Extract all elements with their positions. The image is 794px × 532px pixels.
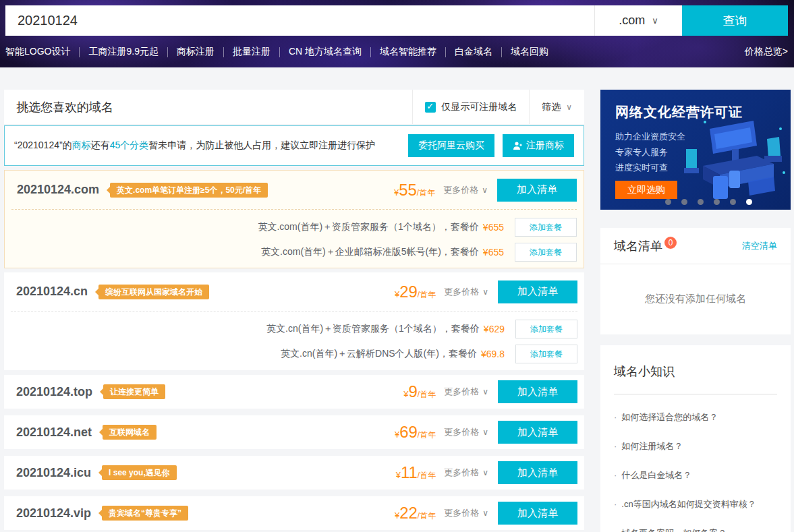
package-price: ¥655 bbox=[483, 247, 504, 258]
nav-item-trademark-reg[interactable]: 商标注册 bbox=[177, 46, 215, 58]
cart-header: 域名清单 0 清空清单 bbox=[600, 228, 791, 264]
nav-item-logo-design[interactable]: 智能LOGO设计 bbox=[5, 46, 70, 58]
nav-item-business-reg[interactable]: 工商注册9.9元起 bbox=[88, 46, 158, 58]
price-amount: 22 bbox=[399, 504, 418, 523]
only-available-checkbox-row[interactable]: 仅显示可注册域名 bbox=[412, 90, 529, 124]
chevron-down-icon: ∨ bbox=[482, 508, 488, 518]
package-price: ¥69.8 bbox=[481, 349, 505, 359]
nav-item-platinum-domain[interactable]: 白金域名 bbox=[455, 46, 492, 58]
add-package-button[interactable]: 添加套餐 bbox=[515, 320, 577, 338]
package-list: 英文.com(首年)＋资质管家服务（1个域名），套餐价 ¥655 添加套餐 英文… bbox=[11, 209, 577, 268]
more-prices-dropdown[interactable]: 更多价格 ∨ bbox=[444, 467, 488, 479]
trademark-text-part3: 暂未申请，为防止被他人占用，建议立即注册进行保护 bbox=[148, 140, 375, 150]
banner-line-1: 助力企业资质安全 bbox=[615, 129, 685, 144]
nav-separator bbox=[501, 47, 502, 57]
price-unit: /首年 bbox=[417, 187, 435, 199]
knowledge-link[interactable]: 如何注册域名？ bbox=[614, 440, 777, 452]
add-to-list-button[interactable]: 加入清单 bbox=[498, 280, 577, 303]
cart-count-badge: 0 bbox=[664, 237, 677, 249]
package-row: 英文.cn(首年)＋云解析DNS个人版(年)，套餐价 ¥69.8 添加套餐 bbox=[11, 343, 577, 365]
promo-badge: 英文.com单笔订单注册≥5个，50元/首年 bbox=[110, 183, 268, 198]
domain-main-row: 20210124.icu I see you,遇见你 ¥ 11 /首年 更多价格… bbox=[4, 456, 584, 490]
promo-badge: 让连接更简单 bbox=[103, 384, 165, 399]
add-to-list-button[interactable]: 加入清单 bbox=[498, 380, 577, 403]
checkbox-checked-icon[interactable] bbox=[425, 102, 436, 113]
cart-title: 域名清单 bbox=[614, 238, 662, 254]
domain-main-row: 20210124.net 互联网域名 ¥ 69 /首年 更多价格 ∨ 加入清单 bbox=[4, 415, 584, 449]
add-package-button[interactable]: 添加套餐 bbox=[515, 243, 577, 262]
add-package-button[interactable]: 添加套餐 bbox=[515, 345, 577, 363]
add-to-list-button[interactable]: 加入清单 bbox=[498, 502, 577, 525]
banner-subtitle: 助力企业资质安全 专家专人服务 进度实时可查 bbox=[615, 129, 685, 175]
trademark-link[interactable]: 商标 bbox=[72, 140, 91, 150]
more-prices-dropdown[interactable]: 更多价格 ∨ bbox=[443, 184, 488, 196]
add-to-list-button[interactable]: 加入清单 bbox=[498, 421, 577, 444]
nav-separator bbox=[79, 47, 80, 57]
entrust-aliyun-buy-button[interactable]: 委托阿里云购买 bbox=[408, 134, 494, 157]
only-available-label: 仅显示可注册域名 bbox=[441, 101, 517, 113]
nav-item-cn-local-query[interactable]: CN 地方域名查询 bbox=[289, 46, 362, 58]
domain-price: ¥ 69 /首年 bbox=[395, 423, 436, 442]
knowledge-link[interactable]: 域名要备案吗，如何备案？ bbox=[614, 527, 777, 532]
carousel-dot[interactable] bbox=[698, 199, 704, 205]
currency-symbol: ¥ bbox=[395, 289, 399, 299]
domain-name: 20210124.net bbox=[16, 425, 92, 440]
domain-row-com: 20210124.com 英文.com单笔订单注册≥5个，50元/首年 ¥ 55… bbox=[4, 170, 584, 268]
carousel-dot[interactable] bbox=[681, 199, 687, 205]
price-amount: 9 bbox=[409, 382, 418, 401]
domain-row-icu: 20210124.icu I see you,遇见你 ¥ 11 /首年 更多价格… bbox=[4, 456, 584, 490]
chevron-down-icon: ∨ bbox=[482, 287, 488, 297]
package-row: 英文.cn(首年)＋资质管家服务（1个域名），套餐价 ¥629 添加套餐 bbox=[11, 318, 577, 341]
tld-select[interactable]: .com ∨ bbox=[594, 5, 682, 36]
promo-badge: 贵宾域名“尊贵专享” bbox=[102, 506, 188, 521]
trademark-text-part1: “20210124”的 bbox=[14, 140, 72, 150]
trademark-notice-text: “20210124”的商标还有45个分类暂未申请，为防止被他人占用，建议立即注册… bbox=[14, 140, 375, 152]
nav-item-batch-reg[interactable]: 批量注册 bbox=[233, 46, 271, 58]
nav-item-smart-recommend[interactable]: 域名智能推荐 bbox=[380, 46, 436, 58]
add-to-list-button[interactable]: 加入清单 bbox=[498, 461, 577, 484]
package-price: ¥655 bbox=[483, 222, 504, 233]
query-button[interactable]: 查询 bbox=[682, 5, 788, 36]
promo-banner[interactable]: 网络文化经营许可证 助力企业资质安全 专家专人服务 进度实时可查 立即选购 bbox=[600, 90, 791, 210]
nav-separator bbox=[167, 47, 168, 57]
knowledge-link[interactable]: 如何选择适合您的域名？ bbox=[614, 411, 777, 423]
more-prices-dropdown[interactable]: 更多价格 ∨ bbox=[444, 386, 488, 398]
more-prices-label: 更多价格 bbox=[444, 467, 479, 479]
filter-dropdown[interactable]: 筛选 ∨ bbox=[529, 90, 584, 124]
more-prices-label: 更多价格 bbox=[444, 386, 479, 398]
more-prices-dropdown[interactable]: 更多价格 ∨ bbox=[444, 507, 488, 519]
price-overview-link[interactable]: 价格总览> bbox=[745, 46, 788, 58]
domain-main-row: 20210124.vip 贵宾域名“尊贵专享” ¥ 22 /首年 更多价格 ∨ … bbox=[4, 496, 584, 530]
currency-symbol: ¥ bbox=[396, 470, 401, 480]
carousel-dot-active[interactable] bbox=[746, 199, 752, 205]
domain-name: 20210124.cn bbox=[16, 285, 88, 299]
search-input[interactable] bbox=[5, 5, 594, 36]
carousel-dot[interactable] bbox=[665, 199, 671, 205]
more-prices-label: 更多价格 bbox=[444, 286, 479, 298]
buy-now-button[interactable]: 立即选购 bbox=[615, 181, 677, 199]
clear-cart-link[interactable]: 清空清单 bbox=[742, 240, 777, 252]
knowledge-link[interactable]: .cn等国内域名如何提交资料审核？ bbox=[614, 498, 777, 510]
carousel-dot[interactable] bbox=[714, 199, 720, 205]
register-trademark-button[interactable]: 注册商标 bbox=[503, 134, 574, 157]
isometric-servers-illustration bbox=[673, 109, 791, 210]
nav-item-domain-buyback[interactable]: 域名回购 bbox=[511, 46, 548, 58]
currency-symbol: ¥ bbox=[395, 430, 399, 440]
banner-line-3: 进度实时可查 bbox=[615, 160, 685, 175]
add-to-list-button[interactable]: 加入清单 bbox=[497, 179, 577, 202]
more-prices-dropdown[interactable]: 更多价格 ∨ bbox=[444, 286, 488, 298]
domain-row-net: 20210124.net 互联网域名 ¥ 69 /首年 更多价格 ∨ 加入清单 bbox=[4, 415, 584, 449]
carousel-dot[interactable] bbox=[730, 199, 736, 205]
currency-symbol: ¥ bbox=[395, 510, 399, 521]
trademark-categories-link[interactable]: 45个分类 bbox=[110, 140, 149, 150]
chevron-down-icon: ∨ bbox=[652, 16, 658, 26]
domain-main-row: 20210124.cn 缤纷互联网从国家域名开始 ¥ 29 /首年 更多价格 ∨… bbox=[4, 272, 584, 311]
knowledge-link[interactable]: 什么是白金域名？ bbox=[614, 469, 777, 481]
add-package-button[interactable]: 添加套餐 bbox=[515, 218, 577, 237]
domain-name: 20210124.top bbox=[16, 385, 92, 399]
trademark-notice: “20210124”的商标还有45个分类暂未申请，为防止被他人占用，建议立即注册… bbox=[4, 125, 584, 166]
nav-separator bbox=[279, 47, 280, 57]
package-row: 英文.com(首年)＋企业邮箱标准版5帐号(年)，套餐价 ¥655 添加套餐 bbox=[11, 241, 577, 264]
domain-main-row: 20210124.top 让连接更简单 ¥ 9 /首年 更多价格 ∨ 加入清单 bbox=[4, 375, 584, 409]
more-prices-dropdown[interactable]: 更多价格 ∨ bbox=[444, 426, 488, 438]
